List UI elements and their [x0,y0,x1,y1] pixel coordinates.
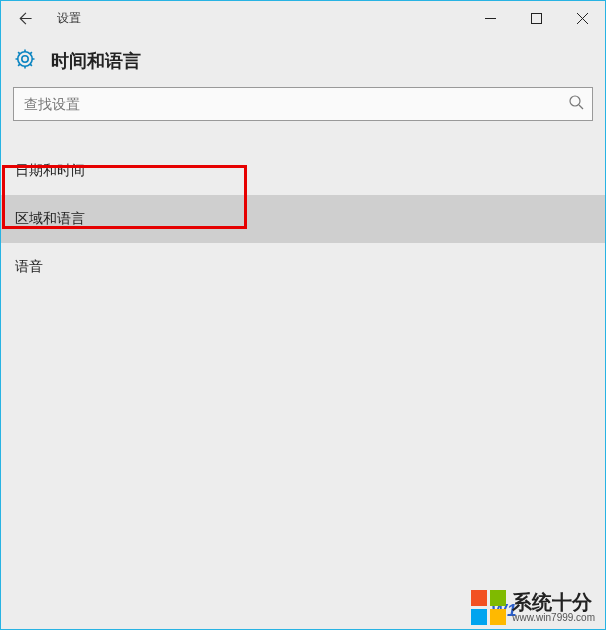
nav-item-label: 日期和时间 [15,162,85,180]
close-icon [577,13,588,24]
arrow-left-icon [16,10,33,27]
svg-point-3 [570,96,580,106]
watermark-text: 系统⼗分 www.win7999.com [512,592,595,624]
svg-point-1 [22,56,28,62]
maximize-icon [531,13,542,24]
nav-item-speech[interactable]: 语音 [1,243,605,291]
nav-list: 日期和时间 区域和语言 语音 [1,147,605,291]
search-input[interactable] [24,96,568,112]
watermark-brand: 系统⼗分 www.win7999.com [471,590,595,625]
nav-item-label: 语音 [15,258,43,276]
header-section: 时间和语言 [1,35,605,87]
watermark-main: 系统⼗分 [512,592,592,613]
svg-point-2 [18,52,32,66]
nav-item-region-language[interactable]: 区域和语言 [1,195,605,243]
search-container [1,87,605,139]
nav-item-label: 区域和语言 [15,210,85,228]
title-bar: 设置 [1,1,605,35]
logo-icon [471,590,506,625]
maximize-button[interactable] [513,1,559,35]
window-title: 设置 [57,10,81,27]
window-controls [467,1,605,35]
back-button[interactable] [1,1,47,35]
svg-rect-0 [531,13,541,23]
nav-item-date-time[interactable]: 日期和时间 [1,147,605,195]
close-button[interactable] [559,1,605,35]
minimize-button[interactable] [467,1,513,35]
search-icon [568,94,584,114]
watermark-url: www.win7999.com [512,613,595,624]
search-box[interactable] [13,87,593,121]
minimize-icon [485,13,496,24]
title-left: 设置 [1,1,81,35]
settings-window: 设置 [0,0,606,630]
gear-icon [13,47,37,75]
page-title: 时间和语言 [51,49,141,73]
